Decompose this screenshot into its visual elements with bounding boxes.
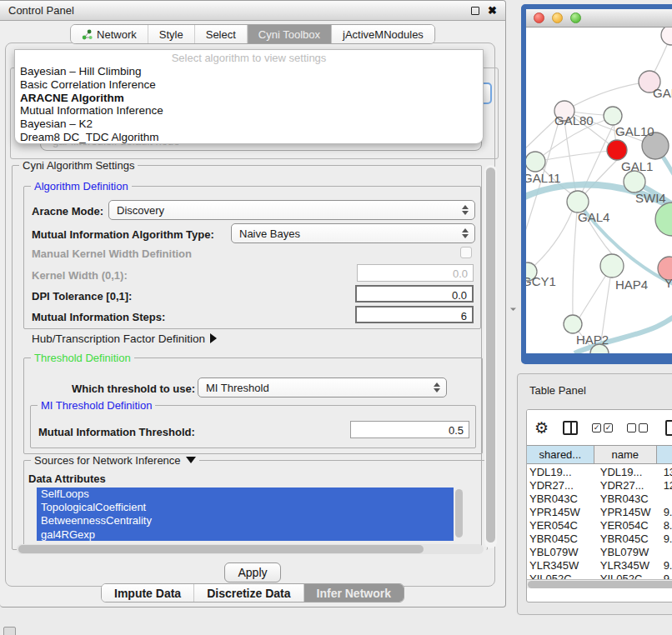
table-cell: YLR345W bbox=[527, 559, 594, 572]
float-panel-icon[interactable] bbox=[471, 7, 479, 15]
algorithm-option[interactable]: Bayesian – K2 bbox=[15, 118, 483, 131]
network-node[interactable] bbox=[600, 254, 624, 278]
dpi-tolerance-field[interactable]: 0.0 bbox=[355, 285, 474, 302]
manual-kernel-width-checkbox[interactable] bbox=[460, 247, 472, 258]
columns-icon[interactable] bbox=[563, 421, 578, 435]
network-node-label: GAL1 bbox=[621, 159, 653, 173]
algorithm-dropdown-list: Bayesian – Hill ClimbingBasic Correlatio… bbox=[15, 65, 483, 144]
table-horizontal-scrollbar[interactable] bbox=[527, 579, 672, 588]
tab-network[interactable]: Network bbox=[71, 25, 148, 43]
attribute-item[interactable]: TopologicalCoefficient bbox=[37, 501, 454, 514]
kernel-width-field[interactable]: 0.0 bbox=[357, 264, 474, 282]
network-node-label: GAL bbox=[653, 86, 672, 100]
close-window-icon[interactable] bbox=[534, 12, 544, 23]
table-cell: YLR345W bbox=[594, 559, 657, 572]
table-row[interactable]: YER054CYER054C8. bbox=[527, 519, 672, 532]
algorithm-option[interactable]: Dream8 DC_TDC Algorithm bbox=[15, 131, 483, 144]
close-panel-icon[interactable]: ✖ bbox=[488, 7, 497, 15]
table-row[interactable]: YDL19...YDL19...13 bbox=[527, 466, 672, 479]
apply-button[interactable]: Apply bbox=[224, 562, 281, 582]
which-threshold-label: Which threshold to use: bbox=[72, 382, 195, 395]
minimize-window-icon[interactable] bbox=[552, 12, 563, 23]
node-table: shared... name A YDL19...YDL19...13YDR27… bbox=[527, 445, 672, 588]
network-node[interactable] bbox=[526, 152, 545, 172]
table-cell bbox=[657, 492, 672, 506]
attribute-item[interactable]: BetweennessCentrality bbox=[37, 514, 454, 528]
stepper-arrows-icon bbox=[434, 382, 440, 392]
settings-group-title: Cyni Algorithm Settings bbox=[19, 159, 138, 172]
table-row[interactable]: YBR043CYBR043C bbox=[527, 492, 672, 506]
network-node-label: HAP4 bbox=[615, 278, 648, 292]
table-cell: YBR045C bbox=[527, 532, 594, 546]
mi-steps-label: Mutual Information Steps: bbox=[32, 311, 165, 323]
algorithm-option[interactable]: ARACNE Algorithm bbox=[15, 92, 483, 105]
network-node-label: GAL4 bbox=[578, 210, 609, 224]
sources-title[interactable]: Sources for Network Inference bbox=[31, 454, 199, 467]
settings-vertical-scrollbar[interactable] bbox=[484, 165, 497, 548]
panel-resize-handle[interactable] bbox=[510, 305, 516, 311]
deselect-all-checkboxes-icon[interactable] bbox=[627, 423, 648, 432]
network-node[interactable] bbox=[604, 107, 622, 125]
export-table-icon[interactable] bbox=[665, 420, 672, 436]
mi-algorithm-type-select[interactable]: Naive Bayes bbox=[231, 223, 475, 243]
tab-cyni-toolbox[interactable]: Cyni Toolbox bbox=[248, 25, 332, 43]
table-cell: YBR045C bbox=[594, 532, 657, 546]
attribute-item[interactable]: gal4RGexp bbox=[37, 528, 454, 541]
settings-horizontal-scrollbar[interactable] bbox=[17, 544, 484, 554]
attributes-scrollbar[interactable] bbox=[454, 488, 464, 540]
table-row[interactable]: YBR045CYBR045C9. bbox=[527, 532, 672, 546]
algorithm-option[interactable]: Basic Correlation Inference bbox=[15, 78, 483, 92]
table-row[interactable]: YIL052CYIL052C9 bbox=[527, 572, 672, 579]
network-node-label: SWI4 bbox=[635, 191, 666, 205]
algorithm-option[interactable]: Bayesian – Hill Climbing bbox=[15, 65, 483, 78]
table-cell: YER054C bbox=[594, 519, 657, 532]
algorithm-dropdown-popup: Select algorithm to view settings Bayesi… bbox=[14, 49, 484, 144]
attribute-item[interactable]: SelfLoops bbox=[37, 488, 454, 501]
mi-algorithm-type-label: Mutual Information Algorithm Type: bbox=[32, 228, 214, 241]
control-panel-titlebar: Control Panel ✖ bbox=[0, 1, 505, 21]
table-cell: 9. bbox=[657, 506, 672, 519]
network-node[interactable] bbox=[607, 140, 627, 160]
network-node-label: GCY1 bbox=[526, 274, 556, 288]
which-threshold-select[interactable]: MI Threshold bbox=[198, 378, 447, 398]
mi-threshold-label: Mutual Information Threshold: bbox=[38, 426, 195, 438]
algorithm-option[interactable]: Mutual Information Inference bbox=[15, 104, 483, 118]
tab-network-label: Network bbox=[97, 28, 137, 41]
table-cell: YPR145W bbox=[594, 506, 657, 519]
mi-threshold-field[interactable]: 0.5 bbox=[350, 421, 469, 438]
tab-select[interactable]: Select bbox=[195, 25, 248, 43]
network-node[interactable] bbox=[661, 28, 672, 45]
network-node[interactable] bbox=[655, 202, 672, 236]
bottom-left-widget-fragment[interactable] bbox=[3, 627, 16, 635]
hub-definition-expander[interactable]: Hub/Transcription Factor Definition bbox=[32, 332, 217, 345]
table-row[interactable]: YBL079WYBL079W bbox=[527, 546, 672, 559]
tab-discretize-data[interactable]: Discretize Data bbox=[194, 584, 303, 602]
table-toolbar: ⚙ ✓✓ bbox=[527, 410, 672, 445]
gear-icon[interactable]: ⚙ bbox=[534, 420, 549, 436]
table-cell: YDR27... bbox=[594, 479, 657, 492]
tab-infer-network[interactable]: Infer Network bbox=[304, 584, 404, 602]
network-node[interactable] bbox=[624, 171, 645, 192]
data-attributes-list[interactable]: SelfLoopsTopologicalCoefficientBetweenne… bbox=[37, 488, 454, 541]
column-header-partial[interactable]: A bbox=[657, 446, 672, 463]
network-node[interactable] bbox=[564, 315, 582, 333]
mi-steps-field[interactable]: 6 bbox=[355, 306, 474, 323]
tab-style[interactable]: Style bbox=[148, 25, 195, 43]
tab-jactivemnodules[interactable]: jActiveMNodules bbox=[332, 25, 434, 43]
table-row[interactable]: YPR145WYPR145W9. bbox=[527, 506, 672, 519]
table-rows[interactable]: YDL19...YDL19...13YDR27...YDR27...12YBR0… bbox=[527, 464, 672, 579]
table-cell: 13 bbox=[657, 466, 672, 479]
aracne-mode-select[interactable]: Discovery bbox=[108, 200, 475, 220]
select-all-checkboxes-icon[interactable]: ✓✓ bbox=[592, 423, 613, 432]
tab-impute-data[interactable]: Impute Data bbox=[102, 584, 194, 602]
column-header-shared[interactable]: shared... bbox=[527, 446, 594, 463]
table-cell: YIL052C bbox=[527, 572, 594, 579]
network-canvas[interactable]: GALGAL80GAL10GAL1GAL11SWI4GAL4GCY1HAP4YH… bbox=[526, 28, 672, 353]
table-row[interactable]: YLR345WYLR345W9. bbox=[527, 559, 672, 572]
table-row[interactable]: YDR27...YDR27...12 bbox=[527, 479, 672, 492]
network-node-label: GAL80 bbox=[554, 113, 594, 128]
table-cell: YDL19... bbox=[594, 466, 657, 479]
zoom-window-icon[interactable] bbox=[570, 12, 581, 23]
column-header-name[interactable]: name bbox=[594, 446, 657, 463]
network-node-label: GAL11 bbox=[526, 171, 561, 185]
